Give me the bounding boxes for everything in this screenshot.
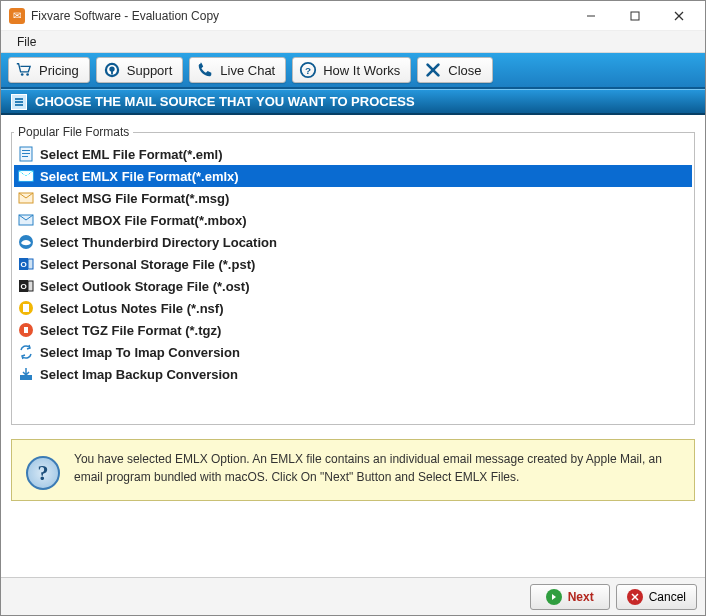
format-item-pst[interactable]: O Select Personal Storage File (*.pst) [14,253,692,275]
phone-icon [196,61,214,79]
format-item-ost[interactable]: O Select Outlook Storage File (*.ost) [14,275,692,297]
svg-rect-27 [28,281,33,291]
support-button[interactable]: Support [96,57,184,83]
svg-rect-15 [22,150,30,151]
footer: Next Cancel [1,577,705,615]
format-item-msg[interactable]: Select MSG File Format(*.msg) [14,187,692,209]
info-text: You have selected EMLX Option. An EMLX f… [74,450,680,486]
document-icon [11,94,27,110]
how-it-works-button[interactable]: ? How It Works [292,57,411,83]
toolbar-label: How It Works [323,63,400,78]
info-box: ? You have selected EMLX Option. An EMLX… [11,439,695,501]
question-icon: ? [299,61,317,79]
file-formats-group: Popular File Formats Select EML File For… [11,125,695,425]
tgz-file-icon [18,322,34,338]
main-panel: Popular File Formats Select EML File For… [1,115,705,577]
window-title: Fixvare Software - Evaluation Copy [31,9,569,23]
format-item-imap-to-imap[interactable]: Select Imap To Imap Conversion [14,341,692,363]
msg-file-icon [18,190,34,206]
toolbar-label: Live Chat [220,63,275,78]
cancel-x-icon [627,589,643,605]
close-button[interactable]: Close [417,57,492,83]
format-item-tgz[interactable]: Select TGZ File Format (*.tgz) [14,319,692,341]
svg-text:O: O [20,260,26,269]
outlook-pst-icon: O [18,256,34,272]
format-item-imap-backup[interactable]: Select Imap Backup Conversion [14,363,692,385]
window-controls [569,2,701,30]
format-item-label: Select TGZ File Format (*.tgz) [40,323,221,338]
minimize-button[interactable] [569,2,613,30]
svg-rect-9 [111,71,113,75]
headset-icon [103,61,121,79]
format-item-label: Select MSG File Format(*.msg) [40,191,229,206]
app-icon: ✉ [9,8,25,24]
format-item-label: Select Thunderbird Directory Location [40,235,277,250]
section-banner: CHOOSE THE MAIL SOURCE THAT YOU WANT TO … [1,89,705,115]
svg-rect-1 [631,12,639,20]
toolbar-label: Support [127,63,173,78]
next-button[interactable]: Next [530,584,610,610]
format-item-thunderbird[interactable]: Select Thunderbird Directory Location [14,231,692,253]
svg-text:O: O [20,282,26,291]
close-window-button[interactable] [657,2,701,30]
cancel-button-label: Cancel [649,590,686,604]
svg-point-4 [21,73,24,76]
format-item-label: Select Imap Backup Conversion [40,367,238,382]
toolbar-label: Close [448,63,481,78]
imap-backup-icon [18,366,34,382]
toolbar-label: Pricing [39,63,79,78]
menubar: File [1,31,705,53]
banner-text: CHOOSE THE MAIL SOURCE THAT YOU WANT TO … [35,94,415,109]
format-item-label: Select EMLX File Format(*.emlx) [40,169,239,184]
svg-point-5 [26,73,29,76]
format-item-label: Select EML File Format(*.eml) [40,147,223,162]
emlx-file-icon [18,168,34,184]
format-item-label: Select MBOX File Format(*.mbox) [40,213,247,228]
svg-rect-17 [22,156,28,157]
next-button-label: Next [568,590,594,604]
format-item-label: Select Imap To Imap Conversion [40,345,240,360]
thunderbird-icon [18,234,34,250]
next-arrow-icon [546,589,562,605]
lotus-notes-icon [18,300,34,316]
svg-rect-31 [24,327,28,333]
format-item-label: Select Lotus Notes File (*.nsf) [40,301,223,316]
format-item-nsf[interactable]: Select Lotus Notes File (*.nsf) [14,297,692,319]
live-chat-button[interactable]: Live Chat [189,57,286,83]
outlook-ost-icon: O [18,278,34,294]
eml-file-icon [18,146,34,162]
formats-list: Select EML File Format(*.eml) Select EML… [14,143,692,385]
cart-icon [15,61,33,79]
svg-rect-29 [23,304,29,312]
imap-sync-icon [18,344,34,360]
svg-rect-16 [22,153,30,154]
menu-file[interactable]: File [7,33,46,51]
mbox-file-icon [18,212,34,228]
pricing-button[interactable]: Pricing [8,57,90,83]
format-item-emlx[interactable]: Select EMLX File Format(*.emlx) [14,165,692,187]
formats-legend: Popular File Formats [14,125,133,139]
svg-rect-24 [28,259,33,269]
format-item-label: Select Outlook Storage File (*.ost) [40,279,249,294]
format-item-label: Select Personal Storage File (*.pst) [40,257,255,272]
svg-text:?: ? [305,65,311,76]
titlebar: ✉ Fixvare Software - Evaluation Copy [1,1,705,31]
close-x-icon [424,61,442,79]
format-item-mbox[interactable]: Select MBOX File Format(*.mbox) [14,209,692,231]
cancel-button[interactable]: Cancel [616,584,697,610]
info-icon: ? [26,456,60,490]
maximize-button[interactable] [613,2,657,30]
toolbar: Pricing Support Live Chat ? How It Works… [1,53,705,89]
format-item-eml[interactable]: Select EML File Format(*.eml) [14,143,692,165]
